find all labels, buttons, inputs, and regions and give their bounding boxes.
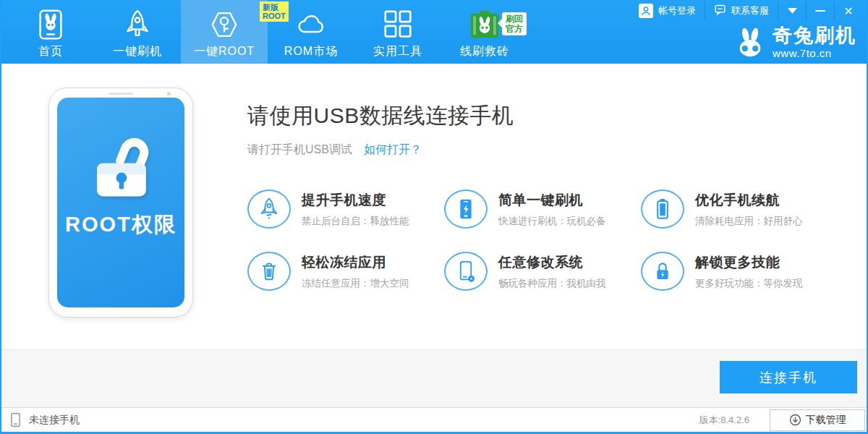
grid-tools-icon — [381, 7, 414, 43]
feature-modify-system: 任意修改系统 畅玩各种应用：我机由我 — [444, 252, 641, 291]
feature-desc: 冻结任意应用：增大空间 — [302, 277, 409, 290]
feature-title: 优化手机续航 — [695, 191, 803, 210]
connect-phone-button[interactable]: 连接手机 — [720, 361, 857, 393]
phone-illustration: ROOT权限 — [48, 88, 193, 318]
download-manager-label: 下载管理 — [806, 414, 846, 427]
close-icon: ✕ — [843, 4, 853, 18]
download-manager-button[interactable]: 下载管理 — [770, 409, 865, 431]
feature-freeze-apps: 轻松冻结应用 冻结任意应用：增大空间 — [247, 252, 444, 291]
feature-title: 任意修改系统 — [498, 253, 606, 272]
top-navigation-bar: 首页 一键刷机 — [1, 0, 867, 64]
phone-speaker — [109, 93, 133, 95]
user-icon — [639, 4, 653, 18]
nav-tab-home[interactable]: 首页 — [7, 0, 94, 64]
brand-url: www.7to.cn — [773, 48, 856, 59]
close-button[interactable]: ✕ — [835, 0, 862, 22]
nav-tab-utilities[interactable]: 实用工具 — [354, 0, 441, 64]
unlocked-padlock-icon — [81, 132, 161, 205]
green-rabbit-icon — [468, 7, 501, 43]
version-text: 版本:8.4.2.6 — [699, 414, 749, 427]
feature-desc: 更多好玩功能：等你发现 — [695, 277, 803, 290]
nav-tab-label: 一键ROOT — [194, 44, 255, 59]
nav-tab-label: 线刷救砖 — [460, 44, 509, 59]
download-icon — [789, 414, 801, 426]
nav-tab-one-key-flash[interactable]: 一键刷机 — [94, 0, 181, 64]
home-rabbit-icon — [34, 7, 67, 43]
how-to-open-link[interactable]: 如何打开？ — [364, 143, 422, 156]
usb-debug-hint: 请打开手机USB调试 — [247, 143, 352, 156]
feature-desc: 畅玩各种应用：我机由我 — [498, 277, 606, 290]
minimize-icon — [815, 10, 825, 12]
battery-icon — [641, 190, 684, 229]
nav-tab-label: ROM市场 — [284, 44, 338, 59]
minimize-button[interactable] — [807, 0, 834, 22]
phone-gear-icon — [444, 252, 488, 291]
feature-desc: 快速进行刷机：玩机必备 — [498, 215, 606, 228]
nav-tab-one-key-root[interactable]: 一键ROOT — [181, 0, 268, 64]
connection-status-text: 未连接手机 — [29, 414, 80, 427]
feature-unlock-skills: 解锁更多技能 更多好玩功能：等你发现 — [641, 252, 843, 291]
feature-desc: 禁止后台自启：释放性能 — [302, 215, 409, 228]
chevron-down-icon — [788, 8, 797, 14]
feature-one-key-flash: 简单一键刷机 快速进行刷机：玩机必备 — [444, 190, 641, 229]
feature-desc: 清除耗电应用：好用舒心 — [695, 215, 803, 228]
account-login-button[interactable]: 帐号登录 — [630, 0, 705, 22]
connect-instructions: 请使用USB数据线连接手机 请打开手机USB调试如何打开？ — [247, 64, 859, 291]
feature-grid: 提升手机速度 禁止后台自启：释放性能 简单一键刷机 — [247, 190, 859, 291]
brand-name: 奇兔刷机 — [773, 26, 856, 46]
new-version-root-badge: 新版 ROOT — [260, 1, 289, 22]
rocket-icon — [121, 7, 154, 43]
contact-support-label: 联系客服 — [731, 4, 769, 17]
chat-bubble-icon — [714, 4, 726, 18]
brand-logo: 奇兔刷机 www.7to.cn — [733, 26, 856, 59]
nav-tab-label: 首页 — [38, 44, 63, 59]
phone-camera-dot — [167, 92, 171, 95]
page-title: 请使用USB数据线连接手机 — [247, 101, 859, 131]
phone-status-icon — [10, 412, 21, 427]
contact-support-button[interactable]: 联系客服 — [705, 0, 778, 22]
hexagon-key-icon — [208, 7, 241, 43]
cloud-icon — [294, 7, 328, 43]
app-window: 首页 一键刷机 — [0, 0, 868, 434]
feature-speed: 提升手机速度 禁止后台自启：释放性能 — [247, 190, 444, 229]
titlebar-controls: 帐号登录 联系客服 — [630, 0, 862, 22]
feature-title: 提升手机速度 — [302, 191, 409, 210]
phone-flash-icon — [444, 190, 488, 229]
feature-battery: 优化手机续航 清除耗电应用：好用舒心 — [641, 190, 843, 229]
flash-back-official-badge: 刷回 官方 — [502, 12, 527, 35]
nav-tab-label: 实用工具 — [373, 44, 422, 59]
feature-title: 解锁更多技能 — [695, 253, 803, 272]
dropdown-menu-button[interactable] — [778, 0, 806, 22]
action-footer: 连接手机 — [1, 349, 867, 407]
feature-title: 轻松冻结应用 — [302, 253, 409, 272]
lock-flash-icon — [641, 252, 684, 291]
rocket-circle-icon — [247, 190, 291, 229]
account-login-label: 帐号登录 — [658, 4, 696, 17]
trash-icon — [247, 252, 291, 291]
phone-screen: ROOT权限 — [57, 98, 184, 307]
rabbit-logo-icon — [733, 27, 767, 59]
status-bar: 未连接手机 版本:8.4.2.6 下载管理 — [1, 407, 867, 432]
main-content: ROOT权限 请使用USB数据线连接手机 请打开手机USB调试如何打开？ — [1, 64, 867, 349]
nav-tab-label: 一键刷机 — [113, 44, 162, 59]
feature-title: 简单一键刷机 — [498, 191, 606, 210]
root-permission-label: ROOT权限 — [65, 210, 176, 239]
